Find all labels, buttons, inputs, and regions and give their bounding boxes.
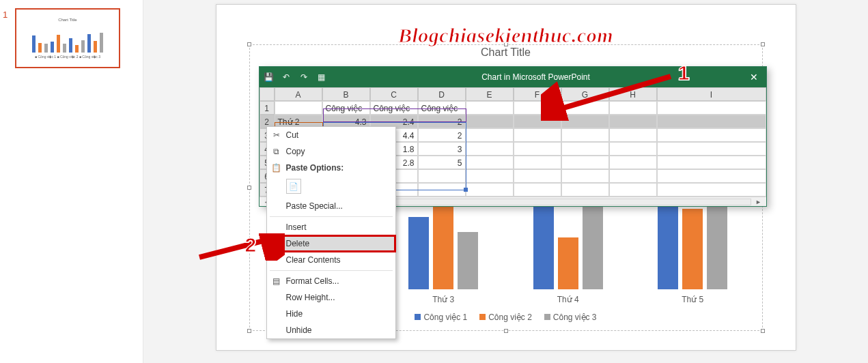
column-header[interactable]: I xyxy=(657,87,766,101)
cell[interactable] xyxy=(418,169,466,183)
resize-handle[interactable] xyxy=(247,186,251,190)
cell[interactable]: 2 xyxy=(418,115,466,128)
x-label: Thứ 4 xyxy=(557,295,579,304)
menu-copy[interactable]: ⧉ Copy xyxy=(267,143,395,160)
cell[interactable] xyxy=(514,183,561,197)
chart-title-label: Chart Title xyxy=(250,46,762,59)
cell[interactable]: Công việc 1 xyxy=(322,101,370,115)
scroll-right-icon[interactable]: ► xyxy=(754,199,764,205)
redo-icon[interactable]: ↷ xyxy=(299,72,309,82)
cell[interactable] xyxy=(657,156,766,169)
cell[interactable] xyxy=(561,156,609,169)
cell[interactable] xyxy=(657,169,766,183)
cell[interactable] xyxy=(466,169,514,183)
thumbnail-legend: ■ Công việc 1 ■ Công việc 2 ■ Công việc … xyxy=(35,55,100,59)
cell[interactable]: 5 xyxy=(418,156,466,169)
save-icon[interactable]: 💾 xyxy=(264,72,273,82)
cell[interactable] xyxy=(609,142,657,156)
cell[interactable]: 3 xyxy=(418,142,466,156)
cell[interactable] xyxy=(657,101,766,115)
cell[interactable] xyxy=(418,183,466,197)
column-header[interactable]: A xyxy=(275,87,322,101)
resize-handle[interactable] xyxy=(761,329,765,333)
cell[interactable]: Công việc 2 xyxy=(370,101,418,115)
cell[interactable] xyxy=(466,156,514,169)
cell[interactable] xyxy=(657,128,766,142)
close-icon[interactable]: ✕ xyxy=(746,72,762,83)
menu-separator xyxy=(270,216,393,217)
paste-keep-source-icon[interactable]: 📄 xyxy=(286,179,301,194)
column-header[interactable]: G xyxy=(561,87,609,101)
menu-cut[interactable]: ✂ Cut xyxy=(267,127,395,143)
active-slide[interactable]: Blogchiasekienthuc.com Chart Title Thứ 2… xyxy=(216,4,796,351)
resize-handle[interactable] xyxy=(247,42,251,46)
cell[interactable] xyxy=(514,169,561,183)
cell[interactable] xyxy=(466,142,514,156)
cell[interactable] xyxy=(514,142,561,156)
cell[interactable] xyxy=(609,183,657,197)
menu-clear-contents[interactable]: Clear Contents xyxy=(267,252,395,268)
menu-paste-special[interactable]: Paste Special... xyxy=(267,198,395,214)
cell[interactable] xyxy=(561,101,609,115)
row-context-menu: ✂ Cut ⧉ Copy 📋 Paste Options: 📄 Paste Sp… xyxy=(266,126,396,339)
column-header[interactable]: D xyxy=(418,87,466,101)
cell[interactable] xyxy=(275,101,322,115)
cell[interactable] xyxy=(609,156,657,169)
thumbnail-chart-title: Chart Title xyxy=(58,18,76,22)
copy-icon: ⧉ xyxy=(271,147,282,156)
format-cells-icon: ▤ xyxy=(271,276,282,286)
undo-icon[interactable]: ↶ xyxy=(281,72,291,82)
row-header[interactable]: 1 xyxy=(260,101,275,115)
cell[interactable] xyxy=(561,169,609,183)
menu-separator xyxy=(270,270,393,271)
cell[interactable] xyxy=(609,101,657,115)
column-header[interactable]: B xyxy=(322,87,370,101)
slide-thumbnails-panel: 1 Chart Title ■ Công việc 1 ■ Công việc … xyxy=(0,0,143,363)
resize-handle[interactable] xyxy=(504,329,508,333)
cell[interactable]: 2 xyxy=(418,128,466,142)
slide-number: 1 xyxy=(3,10,8,20)
column-header[interactable]: H xyxy=(609,87,657,101)
x-label: Thứ 3 xyxy=(432,295,454,304)
column-header[interactable]: C xyxy=(370,87,418,101)
menu-insert[interactable]: Insert xyxy=(267,219,395,235)
cell[interactable] xyxy=(514,115,561,128)
cell[interactable] xyxy=(561,115,609,128)
menu-unhide[interactable]: Unhide xyxy=(267,322,395,338)
slide-thumbnail-1[interactable]: Chart Title ■ Công việc 1 ■ Công việc 2 … xyxy=(15,8,120,68)
cell[interactable] xyxy=(561,128,609,142)
cell[interactable] xyxy=(609,128,657,142)
cell[interactable] xyxy=(657,142,766,156)
cell[interactable] xyxy=(514,128,561,142)
menu-hide[interactable]: Hide xyxy=(267,306,395,322)
cell[interactable] xyxy=(514,101,561,115)
cell[interactable] xyxy=(466,101,514,115)
cell[interactable] xyxy=(657,183,766,197)
cell[interactable] xyxy=(466,183,514,197)
legend-item: Công việc 1 xyxy=(415,313,467,322)
menu-delete[interactable]: Delete xyxy=(267,235,395,252)
menu-format-cells[interactable]: ▤ Format Cells... xyxy=(267,273,395,289)
cell[interactable] xyxy=(466,115,514,128)
resize-handle[interactable] xyxy=(761,42,765,46)
cell[interactable] xyxy=(514,156,561,169)
thumbnail-mini-chart xyxy=(32,24,103,53)
cell[interactable] xyxy=(609,169,657,183)
cell[interactable] xyxy=(657,115,766,128)
column-header[interactable]: F xyxy=(514,87,561,101)
x-label: Thứ 5 xyxy=(682,295,703,304)
cell[interactable] xyxy=(561,142,609,156)
cell[interactable]: Công việc 3 xyxy=(418,101,466,115)
cell[interactable] xyxy=(609,115,657,128)
watermark-text: Blogchiasekienthuc.com xyxy=(398,24,613,47)
cell[interactable] xyxy=(561,183,609,197)
resize-handle[interactable] xyxy=(247,329,251,333)
cell[interactable] xyxy=(466,128,514,142)
column-header[interactable]: E xyxy=(466,87,514,101)
select-all-cell[interactable] xyxy=(260,87,275,101)
legend-item: Công việc 2 xyxy=(479,313,532,322)
annotation-step-2: 2 xyxy=(245,233,257,257)
edit-data-icon[interactable]: ▦ xyxy=(317,72,326,82)
menu-row-height[interactable]: Row Height... xyxy=(267,289,395,306)
spreadsheet-titlebar[interactable]: 💾 ↶ ↷ ▦ Chart in Microsoft PowerPoint ✕ xyxy=(260,67,766,87)
